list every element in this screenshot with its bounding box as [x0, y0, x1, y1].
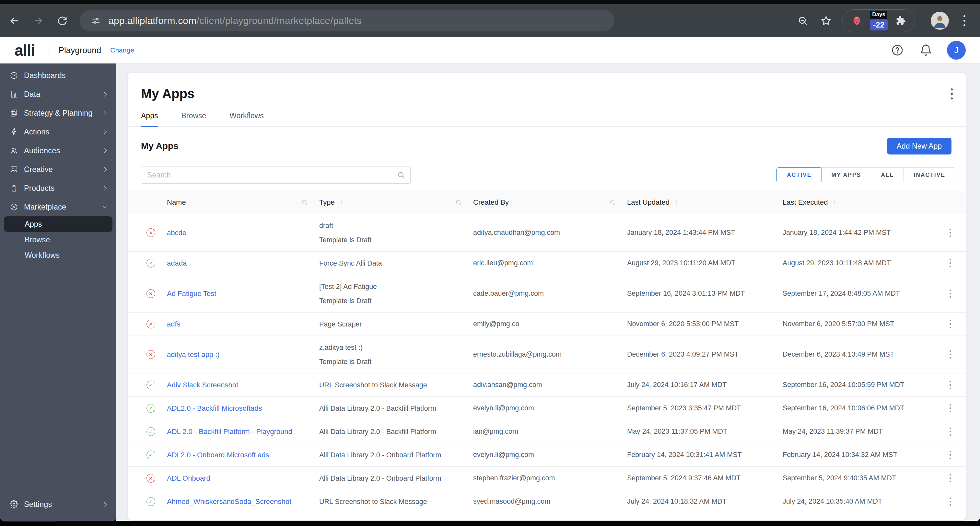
sort-carets-icon[interactable] — [339, 200, 345, 205]
browser-reload-icon[interactable] — [55, 14, 69, 28]
dashboard-gauge-icon — [10, 71, 18, 79]
row-menu-icon[interactable] — [935, 289, 966, 298]
app-name-link[interactable]: abcde — [167, 229, 319, 237]
column-label: Name — [167, 198, 186, 207]
browser-menu-icon[interactable] — [957, 14, 972, 28]
row-menu-icon[interactable] — [935, 427, 966, 436]
row-menu-icon[interactable] — [935, 320, 966, 329]
bar-chart-icon — [10, 90, 18, 99]
last-updated: September 5, 2023 3:35:47 PM MDT — [627, 404, 783, 412]
chevron-right-icon — [102, 501, 108, 507]
last-executed: September 5, 2024 9:40:35 AM MDT — [783, 474, 935, 482]
table-row: ✕abcdedraftTemplate is Draftaditya.chaud… — [128, 214, 966, 252]
tab-workflows[interactable]: Workflows — [229, 111, 264, 126]
days-counter-extension[interactable]: Days -22 — [870, 11, 888, 30]
app-type-line: Alli Data Library 2.0 - Onboard Platform — [319, 448, 473, 462]
extensions-puzzle-icon[interactable] — [894, 14, 908, 28]
sidebar-subitem-workflows[interactable]: Workflows — [4, 248, 113, 263]
filter-my-apps[interactable]: MY APPS — [821, 168, 871, 182]
sidebar-item-products[interactable]: Products — [0, 179, 116, 197]
row-menu-icon[interactable] — [935, 404, 966, 413]
section-row: My Apps Add New App — [128, 138, 966, 154]
section-title: My Apps — [141, 141, 178, 151]
alli-logo[interactable]: alli — [14, 41, 35, 59]
zoom-out-icon[interactable] — [795, 14, 810, 28]
app-type-line: z.aditya test :) — [319, 340, 473, 355]
sort-carets-icon[interactable] — [832, 200, 837, 205]
app-name-link[interactable]: ADL2.0 - Backfill Microsoftads — [167, 404, 319, 413]
sidebar-subitem-browse[interactable]: Browse — [4, 232, 113, 248]
sidebar-item-settings[interactable]: Settings — [0, 495, 116, 514]
tab-apps[interactable]: Apps — [141, 111, 158, 127]
sidebar-item-creative[interactable]: Creative — [0, 160, 116, 179]
row-menu-icon[interactable] — [935, 229, 966, 237]
column-header-last-updated[interactable]: Last Updated — [627, 198, 783, 207]
row-menu-icon[interactable] — [935, 381, 966, 389]
search-input[interactable] — [141, 166, 410, 184]
change-workspace-link[interactable]: Change — [110, 46, 134, 54]
browser-profile-avatar[interactable] — [931, 12, 949, 30]
sidebar-item-data[interactable]: Data — [0, 85, 116, 104]
last-updated: July 24, 2024 10:18:32 AM MDT — [627, 497, 783, 505]
sidebar-subitem-apps[interactable]: Apps — [4, 216, 113, 232]
filter-all[interactable]: ALL — [871, 168, 904, 182]
last-executed: February 14, 2024 10:34:32 AM MST — [783, 451, 935, 459]
created-by: aditya.chaudhari@pmg.com — [473, 229, 627, 237]
app-name-link[interactable]: ADL2.0 - Onboard Microsoft ads — [167, 451, 319, 459]
filter-inactive[interactable]: INACTIVE — [904, 168, 955, 182]
sort-carets-icon[interactable] — [673, 200, 679, 205]
kebab-dots — [950, 381, 951, 389]
sidebar-item-actions[interactable]: Actions — [0, 122, 116, 141]
kebab-dots — [950, 289, 951, 298]
column-search-icon[interactable] — [455, 199, 462, 206]
browser-back-icon[interactable] — [7, 14, 21, 28]
browser-forward-icon[interactable] — [31, 14, 45, 28]
column-header-created-by[interactable]: Created By — [473, 198, 627, 207]
column-header-type[interactable]: Type — [319, 198, 473, 207]
row-menu-icon[interactable] — [935, 451, 966, 459]
sidebar-item-audiences[interactable]: Audiences — [0, 141, 116, 160]
help-icon[interactable] — [890, 43, 905, 58]
strawberry-extension-icon[interactable] — [850, 14, 864, 28]
tab-browse[interactable]: Browse — [181, 111, 206, 126]
clipboard-icon — [10, 109, 18, 117]
bookmark-star-icon[interactable] — [819, 14, 833, 28]
column-header-last-executed[interactable]: Last Executed — [783, 198, 935, 207]
row-menu-icon[interactable] — [935, 474, 966, 483]
row-menu-icon[interactable] — [935, 259, 966, 267]
column-search-icon[interactable] — [609, 199, 616, 206]
app-type-line: Template is Draft — [319, 294, 473, 308]
notifications-bell-icon[interactable] — [918, 43, 933, 58]
row-menu-icon[interactable] — [935, 350, 966, 359]
address-bar[interactable]: app.alliplatform.com/client/playground/m… — [80, 10, 614, 32]
app-name-link[interactable]: ADL Onboard — [167, 474, 319, 483]
url-text[interactable]: app.alliplatform.com/client/playground/m… — [108, 15, 362, 26]
filter-active[interactable]: ACTIVE — [776, 167, 822, 182]
status-ok-icon: ✓ — [146, 497, 155, 506]
app-name-link[interactable]: Ahmed_WhiskersandSoda_Screenshot — [167, 497, 319, 506]
table-row: ✓Ahmed_WhiskersandSoda_ScreenshotURL Scr… — [128, 490, 966, 513]
app-name-link[interactable]: Ad Fatigue Test — [167, 289, 319, 298]
created-by: stephen.frazier@pmg.com — [473, 474, 627, 482]
last-executed: September 17, 2024 8:48:05 AM MDT — [783, 289, 935, 298]
table-row: ✕ADL OnboardAlli Data Library 2.0 - Onbo… — [128, 467, 966, 490]
apps-table: NameTypeCreated ByLast UpdatedLast Execu… — [128, 191, 966, 513]
search-icon[interactable] — [397, 171, 406, 180]
sidebar-item-marketplace[interactable]: Marketplace — [0, 197, 116, 216]
app-name-link[interactable]: ADL 2.0 - Backfill Platform - Playground — [167, 427, 319, 436]
site-settings-icon[interactable] — [89, 14, 103, 28]
column-search-icon[interactable] — [301, 199, 308, 206]
sidebar-item-dashboards[interactable]: Dashboards — [0, 66, 116, 85]
user-avatar[interactable]: J — [947, 41, 966, 60]
row-menu-icon[interactable] — [935, 497, 966, 506]
app-name-link[interactable]: aditya test app :) — [167, 350, 319, 359]
add-new-app-button[interactable]: Add New App — [887, 138, 951, 154]
card-menu-icon[interactable] — [951, 88, 953, 99]
column-header-name[interactable]: Name — [167, 198, 319, 207]
sidebar-item-strategy-planning[interactable]: Strategy & Planning — [0, 104, 116, 122]
controls-row: ACTIVEMY APPSALLINACTIVE — [128, 166, 966, 184]
app-name-link[interactable]: adfs — [167, 320, 319, 329]
app-name-link[interactable]: adada — [167, 259, 319, 267]
app-name-link[interactable]: Adiv Slack Screenshot — [167, 381, 319, 389]
table-row: ✓ADL2.0 - Backfill MicrosoftadsAlli Data… — [128, 397, 966, 420]
